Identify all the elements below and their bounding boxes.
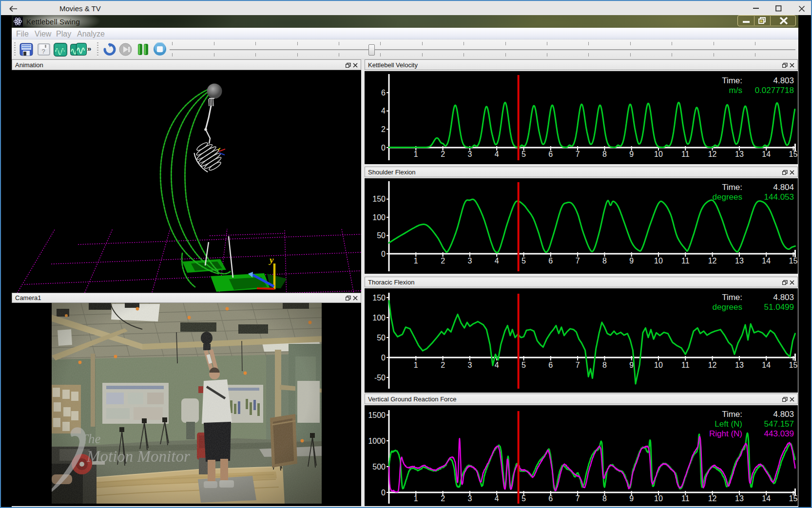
svg-text:-50: -50	[374, 374, 386, 382]
svg-text:1: 1	[414, 150, 418, 158]
svg-text:6: 6	[548, 494, 553, 503]
svg-text:10: 10	[654, 257, 663, 265]
svg-text:13: 13	[735, 257, 744, 265]
svg-text:9: 9	[629, 494, 634, 503]
svg-text:13: 13	[735, 150, 744, 158]
svg-text:14: 14	[762, 257, 771, 265]
svg-text:11: 11	[681, 257, 690, 265]
svg-text:Left (N): Left (N)	[715, 419, 742, 429]
svg-text:4: 4	[495, 494, 499, 503]
svg-text:Right (N): Right (N)	[709, 429, 742, 438]
svg-text:10: 10	[654, 361, 663, 369]
svg-text:0: 0	[381, 144, 386, 152]
svg-text:4: 4	[495, 361, 499, 369]
svg-text:2: 2	[441, 494, 445, 503]
svg-text:6: 6	[381, 89, 386, 97]
svg-text:0: 0	[381, 489, 386, 497]
svg-text:0: 0	[381, 354, 386, 362]
svg-text:degrees: degrees	[713, 192, 742, 202]
svg-text:2: 2	[381, 125, 386, 133]
svg-text:7: 7	[576, 257, 580, 265]
svg-text:degrees: degrees	[713, 302, 742, 312]
svg-text:9: 9	[629, 150, 634, 158]
svg-text:5: 5	[522, 150, 526, 158]
svg-text:1000: 1000	[368, 437, 386, 445]
svg-text:547.157: 547.157	[764, 419, 794, 429]
svg-text:51.0499: 51.0499	[764, 302, 794, 312]
svg-text:500: 500	[372, 463, 386, 471]
svg-text:8: 8	[602, 150, 607, 158]
svg-text:14: 14	[762, 361, 771, 369]
svg-text:14: 14	[762, 150, 771, 158]
svg-text:4.803: 4.803	[773, 410, 794, 419]
svg-text:1: 1	[414, 361, 418, 369]
svg-text:11: 11	[681, 494, 690, 503]
svg-text:13: 13	[735, 494, 744, 503]
svg-text:443.039: 443.039	[764, 429, 794, 438]
svg-text:3: 3	[467, 150, 472, 158]
svg-text:150: 150	[372, 195, 386, 203]
svg-text:9: 9	[629, 361, 634, 369]
svg-text:4: 4	[495, 150, 499, 158]
svg-text:14: 14	[762, 494, 771, 503]
svg-text:Time:: Time:	[722, 76, 742, 85]
svg-text:Time:: Time:	[722, 183, 742, 192]
svg-text:15: 15	[789, 257, 798, 265]
svg-text:150: 150	[372, 294, 386, 302]
svg-text:9: 9	[629, 257, 634, 265]
svg-text:5: 5	[522, 257, 526, 265]
svg-text:1: 1	[414, 257, 418, 265]
svg-text:5: 5	[522, 494, 526, 503]
svg-text:6: 6	[548, 150, 553, 158]
svg-text:15: 15	[789, 361, 798, 369]
svg-text:100: 100	[372, 213, 386, 222]
svg-text:50: 50	[377, 334, 386, 342]
svg-text:11: 11	[681, 361, 690, 369]
svg-text:11: 11	[681, 150, 690, 158]
svg-text:1: 1	[414, 494, 418, 503]
svg-text:Motion Monitor: Motion Monitor	[86, 448, 190, 465]
svg-text:4.804: 4.804	[773, 183, 794, 192]
svg-text:6: 6	[548, 361, 553, 369]
svg-text:?: ?	[41, 48, 45, 55]
svg-text:6: 6	[548, 257, 553, 265]
svg-text:2: 2	[441, 361, 445, 369]
svg-text:3: 3	[467, 361, 472, 369]
svg-text:4.803: 4.803	[773, 76, 794, 85]
svg-text:12: 12	[708, 257, 717, 265]
svg-text:50: 50	[377, 231, 386, 240]
svg-text:3: 3	[467, 257, 472, 265]
svg-text:5: 5	[522, 361, 526, 369]
svg-text:144.053: 144.053	[764, 192, 794, 202]
svg-text:13: 13	[735, 361, 744, 369]
svg-text:2: 2	[441, 257, 445, 265]
svg-text:3: 3	[467, 494, 472, 503]
svg-text:1500: 1500	[368, 411, 386, 419]
svg-text:15: 15	[789, 494, 798, 503]
svg-text:0.0277718: 0.0277718	[755, 86, 794, 95]
svg-text:The: The	[81, 432, 101, 446]
svg-text:Time:: Time:	[722, 293, 742, 302]
svg-text:2: 2	[441, 150, 445, 158]
svg-text:15: 15	[789, 150, 798, 158]
svg-text:4: 4	[381, 107, 386, 115]
svg-text:12: 12	[708, 494, 717, 503]
svg-text:4: 4	[495, 257, 499, 265]
svg-text:4.803: 4.803	[773, 293, 794, 302]
svg-text:m/s: m/s	[729, 86, 742, 95]
svg-text:0: 0	[381, 250, 386, 258]
svg-text:10: 10	[654, 150, 663, 158]
svg-text:12: 12	[708, 150, 717, 158]
svg-text:7: 7	[576, 361, 580, 369]
svg-text:8: 8	[602, 361, 607, 369]
svg-text:8: 8	[602, 257, 607, 265]
svg-text:12: 12	[708, 361, 717, 369]
svg-text:8: 8	[602, 494, 607, 503]
svg-text:7: 7	[576, 150, 580, 158]
svg-text:y: y	[269, 255, 274, 265]
svg-text:100: 100	[372, 314, 386, 322]
svg-text:7: 7	[576, 494, 580, 503]
svg-text:10: 10	[654, 494, 663, 503]
svg-text:Time:: Time:	[722, 410, 742, 419]
